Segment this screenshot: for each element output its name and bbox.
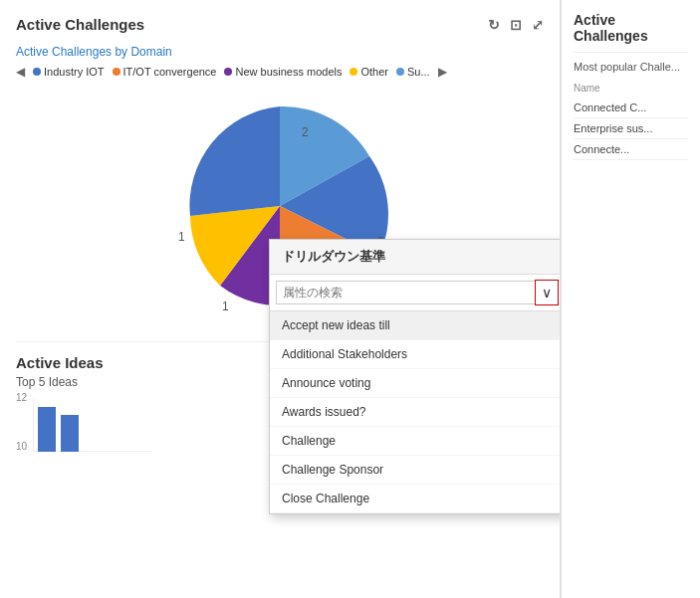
copy-icon[interactable]: ⊡ bbox=[510, 17, 522, 33]
chart-label-1b: 1 bbox=[222, 299, 229, 313]
y-label-10: 10 bbox=[16, 441, 27, 452]
legend-label-industry-iot: Industry IOT bbox=[44, 66, 105, 78]
right-table-row-0: Connected C... bbox=[574, 98, 688, 118]
name-column-header: Name bbox=[574, 83, 600, 94]
dropdown-item-6[interactable]: Close Challenge bbox=[270, 485, 561, 513]
legend-item-newbiz: New business models bbox=[224, 66, 342, 78]
dropdown-list: Accept new ideas till Additional Stakeho… bbox=[270, 311, 561, 513]
section-title: Active Challenges by Domain bbox=[16, 45, 544, 59]
right-row-label-1: Enterprise sus... bbox=[574, 122, 652, 134]
right-table-header: Name bbox=[574, 83, 688, 94]
legend-label-su: Su... bbox=[407, 66, 430, 78]
legend-item-other: Other bbox=[350, 66, 388, 78]
slice-industry-iot-2[interactable] bbox=[189, 106, 280, 216]
legend-item-su: Su... bbox=[396, 66, 430, 78]
right-table-row-1: Enterprise sus... bbox=[574, 118, 688, 139]
legend-item-industry-iot: Industry IOT bbox=[33, 66, 105, 78]
expand-icon[interactable]: ⤢ bbox=[532, 17, 544, 33]
toolbar-icons: ↻ ⊡ ⤢ bbox=[488, 17, 544, 33]
dropdown-search-button[interactable]: ∨ bbox=[535, 280, 559, 305]
dropdown-item-2[interactable]: Announce voting bbox=[270, 369, 561, 398]
panel-title-text: Active Challenges bbox=[16, 16, 144, 33]
right-panel-subtitle: Most popular Challe... bbox=[574, 61, 688, 73]
legend-label-newbiz: New business models bbox=[235, 66, 342, 78]
bar-1 bbox=[38, 407, 56, 452]
dropdown-overlay: ドリルダウン基準 ∨ Accept new ideas till Additio… bbox=[269, 239, 561, 514]
chevron-down-icon: ∨ bbox=[542, 285, 552, 300]
dropdown-search-area: ∨ bbox=[270, 275, 561, 311]
legend-nav-right[interactable]: ▶ bbox=[438, 65, 447, 79]
right-panel: Active Challenges Most popular Challe...… bbox=[561, 0, 700, 598]
dropdown-item-1[interactable]: Additional Stakeholders bbox=[270, 340, 561, 369]
legend-dot-newbiz bbox=[224, 68, 232, 76]
legend-dot-other bbox=[350, 68, 357, 76]
dropdown-item-4[interactable]: Challenge bbox=[270, 427, 561, 456]
right-row-label-0: Connected C... bbox=[574, 101, 646, 113]
legend-item-itot: IT/OT convergence bbox=[113, 66, 217, 78]
dropdown-item-0[interactable]: Accept new ideas till bbox=[270, 311, 561, 340]
legend-nav-left[interactable]: ◀ bbox=[16, 65, 25, 79]
legend-label-other: Other bbox=[360, 66, 388, 78]
left-panel: Active Challenges ↻ ⊡ ⤢ Active Challenge… bbox=[0, 0, 561, 598]
chart-label-2a: 2 bbox=[302, 125, 309, 139]
chart-label-1a: 1 bbox=[178, 230, 185, 244]
legend-dot-itot bbox=[113, 68, 120, 76]
dropdown-search-input[interactable] bbox=[276, 281, 561, 304]
refresh-icon[interactable]: ↻ bbox=[488, 17, 500, 33]
right-table: Name Connected C... Enterprise sus... Co… bbox=[574, 83, 688, 160]
dropdown-item-3[interactable]: Awards issued? bbox=[270, 398, 561, 427]
bar-chart bbox=[33, 397, 152, 452]
bar-2 bbox=[61, 415, 79, 452]
dropdown-item-5[interactable]: Challenge Sponsor bbox=[270, 456, 561, 485]
legend-dot-industry-iot bbox=[33, 68, 41, 76]
right-panel-title: Active Challenges bbox=[574, 12, 688, 53]
panel-header: Active Challenges ↻ ⊡ ⤢ bbox=[16, 16, 544, 33]
legend-dot-su bbox=[396, 68, 404, 76]
y-label-12: 12 bbox=[16, 392, 27, 403]
dropdown-title: ドリルダウン基準 bbox=[270, 240, 561, 275]
right-table-row-2: Connecte... bbox=[574, 139, 688, 160]
y-axis-labels: 12 10 bbox=[16, 392, 27, 452]
legend: ◀ Industry IOT IT/OT convergence New bus… bbox=[16, 65, 544, 79]
right-row-label-2: Connecte... bbox=[574, 143, 629, 155]
legend-label-itot: IT/OT convergence bbox=[123, 66, 217, 78]
